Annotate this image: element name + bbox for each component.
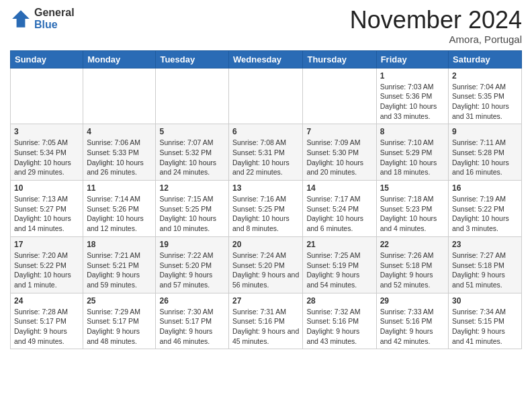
header: General Blue November 2024 Amora, Portug… <box>10 7 522 45</box>
day-number-28: 28 <box>306 296 372 306</box>
day-number-29: 29 <box>380 296 445 306</box>
cell-0-2 <box>156 68 229 124</box>
day-number-22: 22 <box>380 240 445 249</box>
logo-icon <box>10 8 32 30</box>
col-thursday: Thursday <box>303 50 376 68</box>
day-number-19: 19 <box>159 240 225 249</box>
week-row-3: 17Sunrise: 7:20 AM Sunset: 5:22 PM Dayli… <box>11 236 522 293</box>
day-number-6: 6 <box>232 127 299 136</box>
cell-1-3: 6Sunrise: 7:08 AM Sunset: 5:31 PM Daylig… <box>229 124 303 181</box>
day-number-18: 18 <box>87 240 152 249</box>
day-info-18: Sunrise: 7:21 AM Sunset: 5:21 PM Dayligh… <box>87 250 152 290</box>
logo-text: General Blue <box>34 7 75 30</box>
day-info-20: Sunrise: 7:24 AM Sunset: 5:20 PM Dayligh… <box>232 250 299 290</box>
month-title: November 2024 <box>350 7 522 34</box>
day-info-28: Sunrise: 7:32 AM Sunset: 5:16 PM Dayligh… <box>306 307 372 347</box>
cell-0-1 <box>83 68 156 124</box>
day-info-21: Sunrise: 7:25 AM Sunset: 5:19 PM Dayligh… <box>306 250 372 290</box>
cell-4-1: 25Sunrise: 7:29 AM Sunset: 5:17 PM Dayli… <box>83 293 156 349</box>
day-number-3: 3 <box>14 127 79 136</box>
day-number-27: 27 <box>232 296 299 306</box>
day-number-9: 9 <box>452 127 518 136</box>
cell-3-0: 17Sunrise: 7:20 AM Sunset: 5:22 PM Dayli… <box>11 236 83 293</box>
day-info-10: Sunrise: 7:13 AM Sunset: 5:27 PM Dayligh… <box>14 194 79 234</box>
day-info-24: Sunrise: 7:28 AM Sunset: 5:17 PM Dayligh… <box>14 307 79 347</box>
day-number-30: 30 <box>452 296 518 306</box>
day-info-13: Sunrise: 7:16 AM Sunset: 5:25 PM Dayligh… <box>232 194 299 234</box>
cell-4-4: 28Sunrise: 7:32 AM Sunset: 5:16 PM Dayli… <box>303 293 376 349</box>
day-info-1: Sunrise: 7:03 AM Sunset: 5:36 PM Dayligh… <box>380 82 445 122</box>
day-number-8: 8 <box>380 127 445 136</box>
day-info-11: Sunrise: 7:14 AM Sunset: 5:26 PM Dayligh… <box>87 194 152 234</box>
cell-4-5: 29Sunrise: 7:33 AM Sunset: 5:16 PM Dayli… <box>376 293 448 349</box>
day-info-14: Sunrise: 7:17 AM Sunset: 5:24 PM Dayligh… <box>306 194 372 234</box>
day-number-7: 7 <box>306 127 372 136</box>
day-number-11: 11 <box>87 183 152 193</box>
cell-4-3: 27Sunrise: 7:31 AM Sunset: 5:16 PM Dayli… <box>229 293 303 349</box>
week-row-4: 24Sunrise: 7:28 AM Sunset: 5:17 PM Dayli… <box>11 293 522 349</box>
day-info-30: Sunrise: 7:34 AM Sunset: 5:15 PM Dayligh… <box>452 307 518 347</box>
cell-4-0: 24Sunrise: 7:28 AM Sunset: 5:17 PM Dayli… <box>11 293 83 349</box>
svg-marker-0 <box>12 10 30 28</box>
day-info-25: Sunrise: 7:29 AM Sunset: 5:17 PM Dayligh… <box>87 307 152 347</box>
day-number-1: 1 <box>380 71 445 81</box>
calendar-header-row: Sunday Monday Tuesday Wednesday Thursday… <box>11 50 522 68</box>
cell-1-4: 7Sunrise: 7:09 AM Sunset: 5:30 PM Daylig… <box>303 124 376 181</box>
cell-3-4: 21Sunrise: 7:25 AM Sunset: 5:19 PM Dayli… <box>303 236 376 293</box>
cell-4-2: 26Sunrise: 7:30 AM Sunset: 5:17 PM Dayli… <box>156 293 229 349</box>
location: Amora, Portugal <box>350 34 522 45</box>
day-info-8: Sunrise: 7:10 AM Sunset: 5:29 PM Dayligh… <box>380 138 445 177</box>
day-info-15: Sunrise: 7:18 AM Sunset: 5:23 PM Dayligh… <box>380 194 445 234</box>
week-row-1: 3Sunrise: 7:05 AM Sunset: 5:34 PM Daylig… <box>11 124 522 181</box>
day-number-14: 14 <box>306 183 372 193</box>
cell-0-0 <box>11 68 83 124</box>
cell-2-2: 12Sunrise: 7:15 AM Sunset: 5:25 PM Dayli… <box>156 181 229 237</box>
day-number-4: 4 <box>87 127 152 136</box>
cell-0-5: 1Sunrise: 7:03 AM Sunset: 5:36 PM Daylig… <box>376 68 448 124</box>
day-info-26: Sunrise: 7:30 AM Sunset: 5:17 PM Dayligh… <box>159 307 225 347</box>
cell-1-6: 9Sunrise: 7:11 AM Sunset: 5:28 PM Daylig… <box>449 124 522 181</box>
day-number-21: 21 <box>306 240 372 249</box>
day-info-22: Sunrise: 7:26 AM Sunset: 5:18 PM Dayligh… <box>380 250 445 290</box>
day-info-6: Sunrise: 7:08 AM Sunset: 5:31 PM Dayligh… <box>232 138 299 177</box>
day-info-9: Sunrise: 7:11 AM Sunset: 5:28 PM Dayligh… <box>452 138 518 177</box>
day-info-29: Sunrise: 7:33 AM Sunset: 5:16 PM Dayligh… <box>380 307 445 347</box>
col-tuesday: Tuesday <box>156 50 229 68</box>
logo-blue-text: Blue <box>34 19 75 31</box>
cell-0-4 <box>303 68 376 124</box>
col-saturday: Saturday <box>449 50 522 68</box>
day-info-23: Sunrise: 7:27 AM Sunset: 5:18 PM Dayligh… <box>452 250 518 290</box>
cell-1-5: 8Sunrise: 7:10 AM Sunset: 5:29 PM Daylig… <box>376 124 448 181</box>
day-number-2: 2 <box>452 71 518 81</box>
day-number-17: 17 <box>14 240 79 249</box>
cell-1-1: 4Sunrise: 7:06 AM Sunset: 5:33 PM Daylig… <box>83 124 156 181</box>
day-info-7: Sunrise: 7:09 AM Sunset: 5:30 PM Dayligh… <box>306 138 372 177</box>
cell-2-4: 14Sunrise: 7:17 AM Sunset: 5:24 PM Dayli… <box>303 181 376 237</box>
cell-2-3: 13Sunrise: 7:16 AM Sunset: 5:25 PM Dayli… <box>229 181 303 237</box>
day-info-19: Sunrise: 7:22 AM Sunset: 5:20 PM Dayligh… <box>159 250 225 290</box>
cell-2-5: 15Sunrise: 7:18 AM Sunset: 5:23 PM Dayli… <box>376 181 448 237</box>
logo: General Blue <box>10 7 75 30</box>
day-info-16: Sunrise: 7:19 AM Sunset: 5:22 PM Dayligh… <box>452 194 518 234</box>
day-info-17: Sunrise: 7:20 AM Sunset: 5:22 PM Dayligh… <box>14 250 79 290</box>
cell-3-1: 18Sunrise: 7:21 AM Sunset: 5:21 PM Dayli… <box>83 236 156 293</box>
cell-2-1: 11Sunrise: 7:14 AM Sunset: 5:26 PM Dayli… <box>83 181 156 237</box>
day-info-12: Sunrise: 7:15 AM Sunset: 5:25 PM Dayligh… <box>159 194 225 234</box>
cell-2-6: 16Sunrise: 7:19 AM Sunset: 5:22 PM Dayli… <box>449 181 522 237</box>
day-number-16: 16 <box>452 183 518 193</box>
cell-2-0: 10Sunrise: 7:13 AM Sunset: 5:27 PM Dayli… <box>11 181 83 237</box>
day-info-4: Sunrise: 7:06 AM Sunset: 5:33 PM Dayligh… <box>87 138 152 177</box>
day-number-13: 13 <box>232 183 299 193</box>
title-area: November 2024 Amora, Portugal <box>350 7 522 45</box>
page: General Blue November 2024 Amora, Portug… <box>0 0 532 359</box>
day-number-24: 24 <box>14 296 79 306</box>
cell-0-3 <box>229 68 303 124</box>
day-number-26: 26 <box>159 296 225 306</box>
day-info-27: Sunrise: 7:31 AM Sunset: 5:16 PM Dayligh… <box>232 307 299 347</box>
cell-4-6: 30Sunrise: 7:34 AM Sunset: 5:15 PM Dayli… <box>449 293 522 349</box>
day-info-3: Sunrise: 7:05 AM Sunset: 5:34 PM Dayligh… <box>14 138 79 177</box>
cell-0-6: 2Sunrise: 7:04 AM Sunset: 5:35 PM Daylig… <box>449 68 522 124</box>
week-row-0: 1Sunrise: 7:03 AM Sunset: 5:36 PM Daylig… <box>11 68 522 124</box>
day-number-20: 20 <box>232 240 299 249</box>
day-info-5: Sunrise: 7:07 AM Sunset: 5:32 PM Dayligh… <box>159 138 225 177</box>
